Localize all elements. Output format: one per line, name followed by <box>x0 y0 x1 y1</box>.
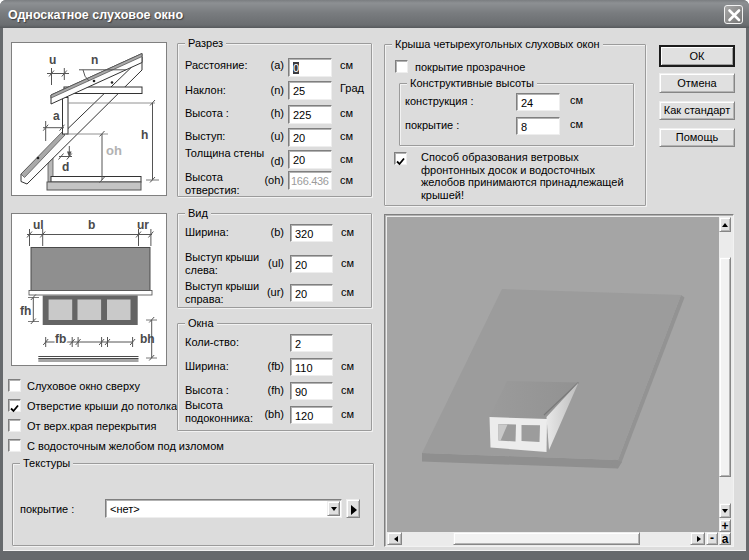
svg-text:u: u <box>49 53 56 67</box>
svg-text:d: d <box>62 160 69 174</box>
svg-text:ul: ul <box>33 218 44 232</box>
svg-text:ur: ur <box>137 218 149 232</box>
svg-text:b: b <box>88 218 95 232</box>
svg-text:h: h <box>141 128 148 142</box>
svg-text:fh: fh <box>20 304 31 318</box>
svg-text:n: n <box>91 53 98 67</box>
svg-text:oh: oh <box>106 143 122 158</box>
svg-text:a: a <box>53 109 60 123</box>
svg-text:fb: fb <box>55 332 66 346</box>
svg-text:bh: bh <box>140 332 155 346</box>
